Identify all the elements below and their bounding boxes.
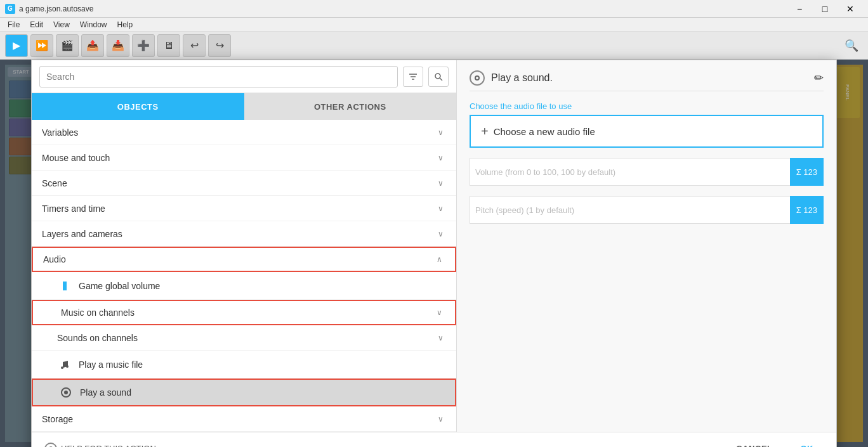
pitch-sigma-button[interactable]: Σ 123 — [790, 196, 824, 224]
category-variables[interactable]: Variables ∨ — [32, 120, 456, 145]
search-button[interactable] — [428, 67, 449, 87]
dialog-left-panel: OBJECTS OTHER ACTIONS Variables ∨ Mouse … — [32, 60, 457, 432]
menu-help[interactable]: Help — [112, 19, 138, 30]
menu-bar: File Edit View Window Help — [0, 18, 868, 32]
menu-file[interactable]: File — [3, 19, 25, 30]
audio-chooser-section: Choose the audio file to use + Choose a … — [470, 101, 824, 148]
ok-button[interactable]: OK — [791, 439, 824, 447]
volume-input[interactable]: Volume (from 0 to 100, 100 by default) — [470, 158, 790, 186]
chevron-icon: ∨ — [438, 204, 444, 213]
dialog-right-panel: Play a sound. ✏ Choose the audio file to… — [457, 60, 836, 432]
footer-buttons: CANCEL OK — [726, 439, 824, 447]
pitch-label: Pitch (speed) (1 by default) — [475, 205, 574, 215]
add-button[interactable]: ➕ — [132, 34, 155, 57]
category-storage[interactable]: Storage ∨ — [32, 406, 456, 432]
choose-audio-text: Choose a new audio file — [494, 126, 595, 137]
search-bar — [32, 60, 456, 93]
svg-point-3 — [435, 74, 440, 79]
chevron-icon: ∨ — [438, 128, 444, 137]
category-audio[interactable]: Audio ∧ — [32, 247, 456, 272]
close-button[interactable]: ✕ — [838, 0, 863, 18]
help-link[interactable]: ? HELP FOR THIS ACTION — [44, 443, 156, 448]
action-icon — [470, 70, 485, 86]
redo-button[interactable]: ↪ — [208, 34, 231, 57]
menu-window[interactable]: Window — [75, 19, 112, 30]
minimize-button[interactable]: − — [787, 0, 812, 18]
step-button[interactable]: ⏩ — [30, 34, 53, 57]
category-layers[interactable]: Layers and cameras ∨ — [32, 221, 456, 247]
play-button[interactable]: ▶ — [5, 34, 28, 57]
toolbar: ▶ ⏩ 🎬 📤 📥 ➕ 🖥 ↩ ↪ 🔍 — [0, 32, 868, 60]
category-timers[interactable]: Timers and time ∨ — [32, 196, 456, 221]
sound-icon — [58, 385, 74, 400]
pitch-input[interactable]: Pitch (speed) (1 by default) — [470, 196, 790, 224]
undo-button[interactable]: ↩ — [183, 34, 206, 57]
help-text: HELP FOR THIS ACTION — [61, 444, 156, 447]
export-button[interactable]: 📤 — [81, 34, 104, 57]
choose-audio-button[interactable]: + Choose a new audio file — [470, 115, 824, 148]
dialog-footer: ? HELP FOR THIS ACTION CANCEL OK — [32, 432, 836, 447]
chevron-icon: ∨ — [438, 415, 444, 424]
pitch-row: Pitch (speed) (1 by default) Σ 123 — [470, 196, 824, 224]
dialog-tabs: OBJECTS OTHER ACTIONS — [32, 93, 456, 120]
menu-view[interactable]: View — [48, 19, 75, 30]
maximize-button[interactable]: □ — [812, 0, 838, 18]
tab-other-actions[interactable]: OTHER ACTIONS — [244, 93, 457, 120]
window-controls: − □ ✕ — [787, 0, 863, 18]
subitem-sounds-channels[interactable]: Sounds on channels ∨ — [32, 325, 456, 351]
chevron-up-icon: ∧ — [437, 255, 442, 264]
search-input[interactable] — [39, 66, 398, 87]
action-title: Play a sound. — [491, 72, 553, 84]
subitem-game-global-volume[interactable]: Game global volume — [32, 272, 456, 300]
volume-label: Volume (from 0 to 100, 100 by default) — [475, 167, 615, 177]
app-logo: G — [5, 4, 15, 14]
preview-button[interactable]: 🖥 — [157, 34, 180, 57]
volume-icon — [57, 278, 72, 294]
tab-objects[interactable]: OBJECTS — [32, 93, 244, 120]
dialog-overlay: OBJECTS OTHER ACTIONS Variables ∨ Mouse … — [0, 60, 868, 447]
chevron-icon: ∨ — [438, 230, 444, 238]
audio-chooser-label: Choose the audio file to use — [470, 101, 824, 111]
subitem-play-music[interactable]: Play a music file — [32, 351, 456, 379]
category-scene[interactable]: Scene ∨ — [32, 171, 456, 196]
edit-button[interactable]: ✏ — [814, 71, 824, 85]
cancel-button[interactable]: CANCEL — [726, 439, 782, 447]
action-title-row: Play a sound. ✏ — [470, 70, 824, 91]
filter-button[interactable] — [403, 67, 423, 87]
subitem-play-sound[interactable]: Play a sound — [32, 379, 456, 406]
help-icon: ? — [44, 443, 57, 448]
toolbar-search-icon[interactable]: 🔍 — [840, 34, 863, 57]
title-bar: G a game.json.autosave − □ ✕ — [0, 0, 868, 18]
chevron-icon: ∨ — [438, 334, 444, 342]
import-button[interactable]: 📥 — [107, 34, 129, 57]
svg-point-5 — [61, 366, 63, 369]
volume-row: Volume (from 0 to 100, 100 by default) Σ… — [470, 158, 824, 186]
chevron-icon: ∨ — [438, 153, 444, 162]
action-dialog: OBJECTS OTHER ACTIONS Variables ∨ Mouse … — [31, 60, 837, 447]
add-scene-button[interactable]: 🎬 — [56, 34, 79, 57]
svg-line-4 — [440, 78, 442, 81]
main-area: START PANEL — [0, 60, 868, 447]
window-title: a game.json.autosave — [19, 4, 93, 13]
menu-edit[interactable]: Edit — [25, 19, 48, 30]
svg-point-6 — [66, 365, 69, 368]
volume-sigma-button[interactable]: Σ 123 — [790, 158, 824, 186]
music-note-icon — [57, 357, 72, 372]
category-list: Variables ∨ Mouse and touch ∨ Scene ∨ — [32, 120, 456, 432]
chevron-icon: ∨ — [438, 179, 444, 188]
chevron-icon: ∨ — [437, 308, 442, 317]
subitem-music-channels[interactable]: Music on channels ∨ — [32, 300, 456, 325]
category-mouse-touch[interactable]: Mouse and touch ∨ — [32, 145, 456, 171]
plus-icon: + — [481, 124, 489, 139]
